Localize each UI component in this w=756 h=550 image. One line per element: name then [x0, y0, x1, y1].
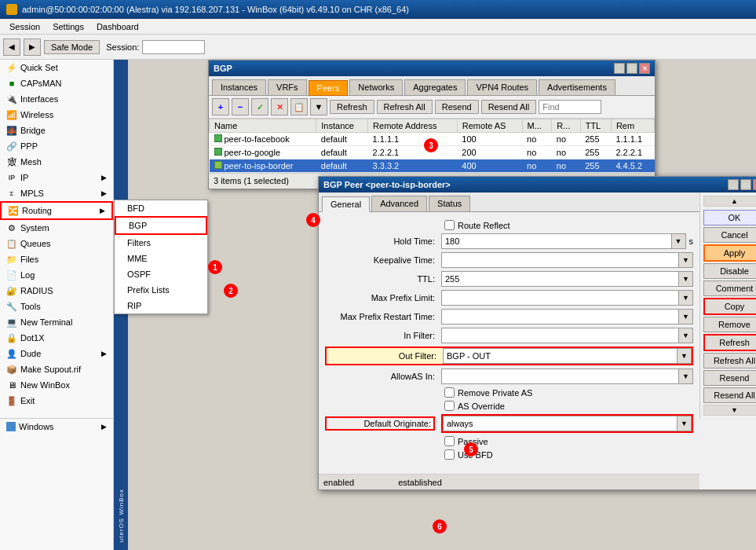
ok-button[interactable]: OK	[703, 210, 756, 226]
sidebar-item-new-winbox[interactable]: 🖥 New WinBox	[0, 377, 113, 393]
bgp-close[interactable]: ✕	[639, 63, 650, 74]
col-instance[interactable]: Instance	[316, 119, 368, 133]
sidebar-item-routing[interactable]: 🔀 Routing ▶	[0, 201, 113, 220]
submenu-bfd[interactable]: BFD	[115, 200, 207, 216]
bgp-filter-btn[interactable]: ▼	[310, 98, 327, 116]
sidebar-item-make-supout[interactable]: 📦 Make Supout.rif	[0, 361, 113, 377]
bgp-resend-btn[interactable]: Resend	[435, 100, 479, 114]
col-remote-address[interactable]: Remote Address	[368, 119, 458, 133]
tab-vpn4[interactable]: VPN4 Routes	[467, 79, 537, 95]
remove-private-as-checkbox[interactable]	[444, 387, 455, 398]
submenu-filters[interactable]: Filters	[115, 235, 207, 251]
submenu-ospf[interactable]: OSPF	[115, 266, 207, 282]
out-filter-dropdown[interactable]: ▼	[677, 348, 692, 364]
refresh-button[interactable]: Refresh	[703, 334, 756, 351]
peer-scroll-up[interactable]: ▲	[703, 196, 756, 207]
use-bfd-checkbox[interactable]	[444, 449, 455, 460]
table-row-selected[interactable]: peer-to-isp-border default 3.3.3.2 400 n…	[210, 160, 655, 173]
submenu-bgp[interactable]: BGP	[115, 216, 207, 235]
hold-time-stepper[interactable]: ▼	[672, 233, 686, 249]
refresh-all-button[interactable]: Refresh All	[703, 353, 756, 368]
tab-networks[interactable]: Networks	[349, 79, 403, 95]
keepalive-input[interactable]	[441, 252, 679, 268]
keepalive-dropdown[interactable]: ▼	[679, 252, 693, 268]
allowas-input[interactable]	[441, 368, 679, 384]
safe-mode-button[interactable]: Safe Mode	[44, 40, 100, 54]
route-reflect-checkbox[interactable]	[444, 220, 455, 230]
bgp-refresh-all-btn[interactable]: Refresh All	[377, 100, 433, 114]
menu-session[interactable]: Session	[3, 20, 46, 33]
col-m[interactable]: M...	[522, 119, 552, 133]
sidebar-item-quick-set[interactable]: ⚡ Quick Set	[0, 60, 113, 75]
cancel-button[interactable]: Cancel	[703, 227, 756, 243]
submenu-prefix-lists[interactable]: Prefix Lists	[115, 282, 207, 298]
comment-button[interactable]: Comment	[703, 280, 756, 296]
session-input[interactable]	[142, 40, 205, 54]
hold-time-input[interactable]	[441, 233, 672, 249]
max-prefix-restart-dropdown[interactable]: ▼	[679, 309, 693, 324]
sidebar-item-interfaces[interactable]: 🔌 Interfaces	[0, 91, 113, 107]
bgp-minimize[interactable]: _	[614, 63, 625, 74]
sidebar-item-mpls[interactable]: Σ MPLS ▶	[0, 185, 113, 201]
max-prefix-input[interactable]	[441, 290, 679, 306]
copy-button[interactable]: Copy	[703, 298, 756, 315]
submenu-mme[interactable]: MME	[115, 251, 207, 266]
as-override-checkbox[interactable]	[444, 401, 455, 411]
bgp-cross-btn[interactable]: ✕	[271, 98, 288, 116]
sidebar-item-log[interactable]: 📄 Log	[0, 267, 113, 283]
tab-aggregates[interactable]: Aggregates	[404, 79, 466, 95]
resend-button[interactable]: Resend	[703, 370, 756, 386]
peer-tab-status[interactable]: Status	[429, 196, 470, 211]
peer-close[interactable]: ✕	[753, 179, 756, 190]
disable-button[interactable]: Disable	[703, 263, 756, 279]
sidebar-item-dot1x[interactable]: 🔒 Dot1X	[0, 330, 113, 346]
menu-settings[interactable]: Settings	[46, 20, 90, 33]
sidebar-item-ppp[interactable]: 🔗 PPP	[0, 138, 113, 154]
tab-advertisements[interactable]: Advertisements	[539, 79, 615, 95]
in-filter-dropdown[interactable]: ▼	[679, 328, 693, 343]
out-filter-input[interactable]	[443, 348, 677, 364]
peer-minimize[interactable]: _	[728, 179, 739, 190]
sidebar-item-exit[interactable]: 🚪 Exit	[0, 393, 113, 409]
ttl-input[interactable]	[441, 271, 679, 287]
forward-button[interactable]: ▶	[24, 38, 41, 56]
remove-button[interactable]: Remove	[703, 317, 756, 332]
default-originate-dropdown[interactable]: ▼	[677, 416, 692, 431]
tab-instances[interactable]: Instances	[212, 79, 266, 95]
menu-dashboard[interactable]: Dashboard	[90, 20, 145, 33]
submenu-rip[interactable]: RIP	[115, 298, 207, 314]
peer-tab-advanced[interactable]: Advanced	[371, 196, 427, 211]
sidebar-item-capsman[interactable]: ■ CAPsMAN	[0, 75, 113, 91]
peer-maximize[interactable]: □	[740, 179, 751, 190]
bgp-resend-all-btn[interactable]: Resend All	[481, 100, 537, 114]
sidebar-item-new-terminal[interactable]: 💻 New Terminal	[0, 314, 113, 330]
col-remote-as[interactable]: Remote AS	[457, 119, 522, 133]
allowas-dropdown[interactable]: ▼	[679, 368, 693, 384]
bgp-check-btn[interactable]: ✓	[251, 98, 268, 116]
col-name[interactable]: Name	[210, 119, 316, 133]
bgp-refresh-btn[interactable]: Refresh	[330, 100, 374, 114]
sidebar-item-wireless[interactable]: 📶 Wireless	[0, 107, 113, 123]
bgp-maximize[interactable]: □	[626, 63, 637, 74]
bgp-copy-btn[interactable]: 📋	[290, 98, 308, 116]
peer-tab-general[interactable]: General	[322, 196, 370, 212]
passive-checkbox[interactable]	[444, 436, 455, 446]
bgp-add-btn[interactable]: +	[212, 98, 229, 116]
in-filter-input[interactable]	[441, 328, 679, 343]
bgp-remove-btn[interactable]: −	[232, 98, 249, 116]
sidebar-item-files[interactable]: 📁 Files	[0, 251, 113, 267]
sidebar-item-bridge[interactable]: 🌉 Bridge	[0, 123, 113, 138]
apply-button[interactable]: Apply	[703, 244, 756, 262]
sidebar-item-radius[interactable]: 🔐 RADIUS	[0, 283, 113, 299]
peer-scroll-down[interactable]: ▼	[703, 405, 756, 416]
tab-vrfs[interactable]: VRFs	[268, 79, 307, 95]
bgp-find-input[interactable]	[539, 100, 601, 114]
max-prefix-dropdown[interactable]: ▼	[679, 290, 693, 306]
default-originate-input[interactable]	[443, 416, 677, 431]
ttl-dropdown[interactable]: ▼	[679, 271, 693, 287]
tab-peers[interactable]: Peers	[309, 80, 349, 96]
sidebar-item-ip[interactable]: IP IP ▶	[0, 170, 113, 185]
sidebar-item-mesh[interactable]: 🕸 Mesh	[0, 154, 113, 170]
sidebar-item-system[interactable]: ⚙ System	[0, 220, 113, 236]
resend-all-button[interactable]: Resend All	[703, 387, 756, 403]
